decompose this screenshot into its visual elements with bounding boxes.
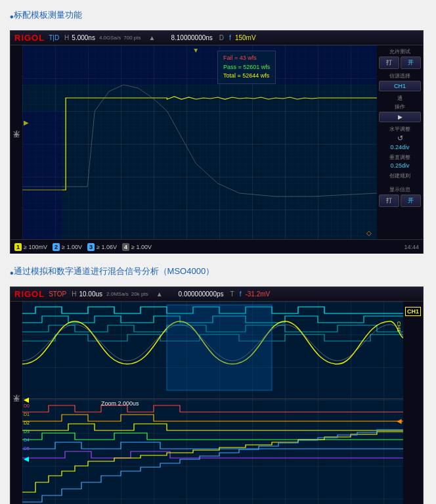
section1-link-text: 标配模板测量功能 (14, 9, 82, 21)
scope2-orange-marker: ◀ (397, 417, 402, 424)
rigol-logo-2: RIGOL (14, 289, 45, 299)
label-operation: 操作 (379, 103, 421, 110)
ch1-number: 1 (14, 243, 22, 251)
label-create-rule: 创建规则 (379, 172, 421, 179)
label-h-adjust: 水平调整 (379, 126, 421, 133)
label-source-select: 信源选择 (379, 72, 421, 80)
scope2-header: RIGOL STOP H 10.00us 2.0MSa/s 20k pts ▲ … (11, 287, 423, 302)
scope1-sidebar: 允许测试 打 开 信源选择 CH1 通 操作 ▶ 水平调整 ↺ 0.24div … (377, 45, 423, 239)
svg-rect-1 (22, 111, 62, 239)
zoom-label: Zoom 2.000us (101, 400, 139, 407)
scope1-header-mode: T|D H 5.000ns 4.0GSa/s 700 pts ▲ 8.10000… (49, 34, 255, 41)
section1-link[interactable]: 标配模板测量功能 (14, 9, 82, 21)
ch2-value: ≥ 1.00V (62, 244, 82, 250)
ch1-sidebar-badge: CH1 (405, 307, 421, 316)
d2-label: D2 (24, 421, 30, 425)
svg-rect-0 (22, 45, 377, 85)
label-channel: 通 (379, 95, 421, 102)
btn-play[interactable]: ▶ (379, 112, 421, 122)
scope2-main: 水平 (11, 302, 423, 504)
section2-link[interactable]: 通过模拟和数字通道进行混合信号分析（MSO4000） (14, 265, 215, 277)
rigol-logo-1: RIGOL (14, 33, 45, 43)
mask-total: Total = 52644 wfs (223, 72, 270, 81)
scope2-waveform-svg (22, 302, 403, 504)
scope2-sidebar: CH1 (403, 302, 423, 504)
mask-fail: Fail = 43 wfs (223, 54, 270, 63)
ch3-value: ≥ 1.06V (97, 244, 117, 250)
btn-show-info2[interactable]: 开 (401, 195, 421, 207)
svg-marker-4 (24, 457, 29, 462)
oscilloscope-1: RIGOL T|D H 5.000ns 4.0GSa/s 700 pts ▲ 8… (10, 30, 424, 254)
show-info-btns[interactable]: 打 开 (379, 195, 421, 207)
section2-link-text: 通过模拟和数字通道进行混合信号分析（MSO4000） (14, 265, 215, 277)
scope2-screen: D0 D1 D2 D3 D4 D5 Zoom 2.000us 0 3 7 14 … (22, 302, 403, 504)
d3-label: D3 (24, 429, 30, 434)
ch1-value: ≥ 100mV (24, 244, 47, 250)
ch2-indicator: 2 ≥ 1.00V (53, 243, 82, 251)
scope1-main: 水平 ▶ ▼ Fail = 43 wfs (11, 45, 423, 239)
ch3-indicator: 3 ≥ 1.06V (87, 243, 117, 251)
label-allow-test: 允许测试 (379, 48, 421, 55)
scope1-screen: ▶ ▼ Fail = 43 wfs Pass = 52601 wfs Total… (22, 45, 377, 239)
scope1-left-label: 水平 (11, 45, 22, 239)
ch4-indicator: 4 ≥ 1.00V (122, 243, 152, 251)
v-adjust-value: 0.25div (379, 162, 421, 169)
rotate-icon: ↺ (379, 134, 421, 143)
d5-label: D5 (24, 446, 30, 451)
scope1-footer: 1 ≥ 100mV 2 ≥ 1.00V 3 ≥ 1.06V 4 ≥ 1.00V … (11, 239, 423, 254)
btn-allow-test-open2[interactable]: 开 (401, 57, 421, 69)
d1-label: D1 (24, 412, 30, 417)
scope1-time: 14:44 (404, 244, 419, 250)
allow-test-btns[interactable]: 打 开 (379, 57, 421, 69)
scope2-left-label: 水平 (11, 302, 22, 504)
ch1-indicator: 1 ≥ 100mV (14, 243, 47, 251)
mask-info-box: Fail = 43 wfs Pass = 52601 wfs Total = 5… (217, 51, 276, 84)
label-show-info: 显示信息 (379, 186, 421, 193)
svg-marker-5 (24, 398, 29, 403)
btn-allow-test-open1[interactable]: 打 (379, 57, 399, 69)
d4-label: D4 (24, 438, 30, 442)
label-v-adjust: 垂直调整 (379, 154, 421, 161)
d0-label: D0 (24, 403, 30, 408)
ch3-number: 3 (87, 243, 95, 251)
btn-show-info1[interactable]: 打 (379, 195, 399, 207)
trigger-marker-bottom: ◇ (366, 229, 372, 237)
waveform-svg-1 (22, 45, 377, 239)
scope2-header-mode: STOP H 10.00us 2.0MSa/s 20k pts ▲ 0.0000… (49, 290, 270, 298)
scope2-ch1-right: CH1 (396, 321, 402, 332)
oscilloscope-2: RIGOL STOP H 10.00us 2.0MSa/s 20k pts ▲ … (10, 286, 424, 504)
h-adjust-value: 0.24div (379, 144, 421, 150)
mask-pass: Pass = 52601 wfs (223, 63, 270, 72)
ch2-number: 2 (53, 243, 60, 251)
scope1-header: RIGOL T|D H 5.000ns 4.0GSa/s 700 pts ▲ 8… (11, 31, 423, 45)
svg-rect-2 (167, 305, 272, 390)
ch4-value: ≥ 1.00V (131, 244, 152, 250)
btn-ch1[interactable]: CH1 (379, 81, 421, 91)
ch4-number: 4 (122, 243, 129, 251)
